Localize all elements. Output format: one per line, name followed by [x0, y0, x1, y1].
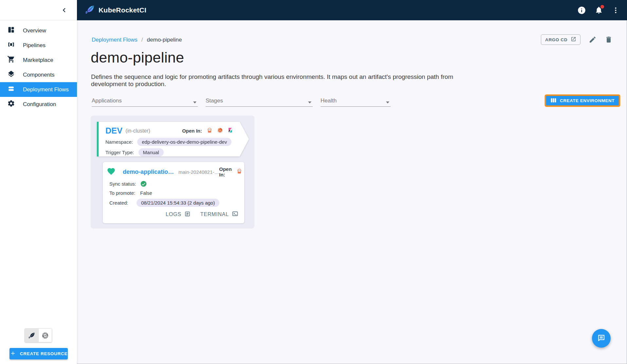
page-description: Defines the sequence and logic for promo…	[91, 73, 484, 88]
open-in-label: Open In:	[182, 128, 202, 134]
chevron-down-icon	[386, 101, 389, 103]
created-chip: 08/21/2024 15:54:33 (2 days ago)	[137, 199, 219, 207]
heart-icon	[107, 167, 116, 177]
app-logo: KubeRocketCI	[85, 5, 146, 16]
sidebar-item-label: Components	[23, 72, 54, 78]
stage-namespace-row: Namespace: edp-delivery-os-dev-demo-pipe…	[105, 138, 249, 146]
dashboard-icon	[7, 26, 15, 35]
breadcrumb: Deployment Flows / demo-pipeline	[92, 37, 182, 43]
terminal-icon	[232, 210, 238, 218]
sidebar-item-overview[interactable]: Overview	[0, 23, 77, 38]
external-link-icon	[571, 36, 576, 43]
plus-icon	[10, 350, 16, 357]
kebab-menu-icon[interactable]	[612, 6, 620, 14]
stages-select[interactable]: Stages	[206, 97, 313, 107]
chat-assistant-button[interactable]	[592, 329, 611, 348]
logs-button[interactable]: LOGS	[166, 211, 191, 218]
breadcrumb-deployment-flows-link[interactable]: Deployment Flows	[92, 37, 138, 43]
kuberocketci-logo-icon[interactable]	[25, 329, 38, 342]
stage-card-dev: DEV (in-cluster) Open In:	[97, 122, 249, 156]
open-in-label: Open In:	[219, 166, 231, 177]
application-name-link[interactable]: demo-applicatio…	[123, 169, 174, 175]
sidebar-item-label: Pipelines	[23, 42, 46, 49]
appbar-actions	[577, 6, 620, 15]
chat-bubble-icon	[597, 334, 606, 343]
layers-icon	[7, 70, 15, 80]
terminal-button[interactable]: TERMINAL	[200, 210, 238, 218]
applications-select-label: Applications	[92, 98, 122, 104]
stacked-bars-icon	[7, 85, 15, 94]
create-resource-button[interactable]: CREATE RESOURCE	[9, 348, 68, 359]
sidebar-item-pipelines[interactable]: Pipelines	[0, 38, 77, 53]
sidebar-item-label: Overview	[23, 27, 46, 34]
health-select-label: Health	[321, 98, 337, 104]
cart-icon	[7, 55, 15, 65]
kuberocketci-app: KubeRocketCI Ov	[0, 0, 627, 364]
to-promote-label: To promote:	[109, 190, 138, 196]
notifications-icon[interactable]	[595, 6, 603, 14]
trigger-type-label: Trigger Type:	[105, 150, 134, 155]
page-title: demo-pipeline	[91, 49, 184, 66]
health-select[interactable]: Health	[321, 97, 391, 107]
app-bar: KubeRocketCI	[77, 0, 627, 20]
stage-cluster-label: (in-cluster)	[125, 128, 150, 134]
chevron-down-icon	[193, 101, 196, 103]
application-header: demo-applicatio… main-20240821-… Open In…	[107, 166, 238, 177]
sync-status-row: Sync status:	[109, 180, 238, 187]
create-environment-button[interactable]: CREATE ENVIRONMENT	[545, 95, 620, 107]
notification-badge	[600, 5, 604, 9]
application-open-in: Open In:	[219, 166, 242, 177]
logs-document-icon	[184, 211, 191, 218]
stage-header: DEV (in-cluster) Open In:	[97, 122, 249, 136]
created-row: Created: 08/21/2024 15:54:33 (2 days ago…	[109, 199, 238, 207]
stage-name-link[interactable]: DEV	[105, 126, 122, 136]
namespace-chip: edp-delivery-os-dev-demo-pipeline-dev	[137, 138, 231, 146]
view-mode-toggle	[25, 328, 52, 342]
create-resource-label: CREATE RESOURCE	[20, 351, 67, 356]
sidebar-header	[0, 0, 77, 20]
sidebar-item-label: Configuration	[23, 101, 56, 108]
kubernetes-icon[interactable]	[38, 329, 52, 342]
columns-icon	[550, 97, 557, 104]
argocd-icon[interactable]	[207, 127, 212, 135]
chevron-left-icon[interactable]	[60, 6, 68, 14]
stage-card-wrap: DEV (in-cluster) Open In:	[97, 122, 249, 156]
check-circle-icon	[140, 180, 147, 187]
terminal-button-label: TERMINAL	[200, 211, 229, 217]
sidebar-item-deployment-flows[interactable]: Deployment Flows	[0, 82, 77, 97]
app-title: KubeRocketCI	[99, 6, 146, 14]
logs-button-label: LOGS	[166, 211, 181, 217]
breadcrumb-separator: /	[141, 37, 143, 43]
namespace-label: Namespace:	[105, 139, 133, 145]
application-card: demo-applicatio… main-20240821-… Open In…	[103, 162, 244, 223]
application-version-label: main-20240821-…	[178, 169, 219, 175]
to-promote-value: False	[140, 190, 152, 196]
applications-select[interactable]: Applications	[92, 97, 198, 107]
sidebar-item-label: Marketplace	[23, 57, 53, 64]
trigger-type-chip: Manual	[138, 148, 164, 156]
create-environment-label: CREATE ENVIRONMENT	[560, 98, 615, 103]
stages-select-label: Stages	[206, 98, 223, 104]
pipelines-icon	[7, 41, 15, 50]
sidebar: Overview Pipelines Marketplace Component…	[0, 0, 77, 364]
grafana-icon[interactable]	[217, 127, 223, 135]
sidebar-nav: Overview Pipelines Marketplace Component…	[0, 20, 77, 112]
sidebar-item-marketplace[interactable]: Marketplace	[0, 53, 77, 67]
stage-trigger-row: Trigger Type: Manual	[105, 148, 249, 156]
kibana-icon[interactable]	[228, 127, 233, 134]
argocd-icon[interactable]	[236, 168, 242, 175]
kuberocketci-logo-icon	[85, 5, 95, 16]
filter-bar: Applications Stages Health	[92, 97, 391, 107]
to-promote-row: To promote: False	[109, 190, 238, 196]
page-actions: ARGO CD	[541, 34, 613, 45]
sidebar-item-configuration[interactable]: Configuration	[0, 97, 77, 112]
sidebar-item-components[interactable]: Components	[0, 67, 77, 82]
edit-pencil-icon[interactable]	[589, 36, 597, 44]
created-label: Created:	[109, 200, 132, 206]
info-icon[interactable]	[577, 6, 586, 15]
argo-cd-button[interactable]: ARGO CD	[541, 34, 581, 45]
breadcrumb-current: demo-pipeline	[147, 37, 182, 43]
delete-trash-icon[interactable]	[605, 36, 613, 44]
environment-group: DEV (in-cluster) Open In:	[91, 116, 254, 228]
chevron-down-icon	[308, 101, 311, 103]
